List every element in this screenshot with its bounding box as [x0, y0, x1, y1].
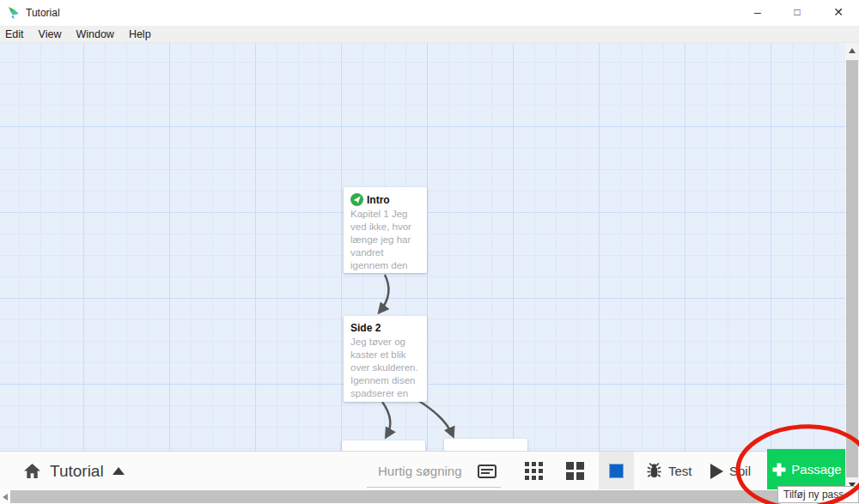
- small-grid-view-icon[interactable]: [525, 462, 543, 480]
- maximize-button[interactable]: □: [783, 0, 812, 24]
- link-arrow-side2-left: [382, 402, 390, 436]
- close-button[interactable]: ✕: [824, 0, 853, 24]
- menu-help[interactable]: Help: [129, 28, 151, 40]
- passage-excerpt: Jeg tøver og kaster et blik over skulder…: [350, 336, 420, 400]
- scroll-left-icon[interactable]: [3, 494, 8, 501]
- snap-to-grid-toggle[interactable]: [599, 452, 634, 489]
- large-grid-view-icon[interactable]: [566, 462, 584, 480]
- story-menu[interactable]: Tutorial: [23, 452, 125, 490]
- story-map-canvas[interactable]: Intro Kapitel 1 Jeg ved ikke, hvor længe…: [0, 43, 845, 451]
- title-bar: Tutorial – □ ✕: [0, 0, 859, 26]
- story-menu-caret-icon: [113, 467, 125, 475]
- window-title: Tutorial: [26, 7, 60, 19]
- twine-logo-icon: [8, 6, 21, 20]
- menu-edit[interactable]: Edit: [5, 28, 24, 40]
- new-passage-tooltip: Tilføj ny pass: [777, 486, 859, 503]
- passage-title: Intro: [367, 194, 390, 206]
- link-arrow-intro-side2: [380, 275, 388, 312]
- play-button[interactable]: Spil: [710, 452, 751, 490]
- passage-card-header: Side 2: [350, 322, 420, 334]
- horizontal-scrollbar-thumb[interactable]: [10, 490, 801, 503]
- bug-icon: [646, 462, 662, 480]
- scroll-up-icon[interactable]: [849, 48, 856, 53]
- new-passage-button[interactable]: Passage: [767, 449, 846, 489]
- vertical-scrollbar[interactable]: [845, 43, 859, 489]
- home-icon: [23, 463, 41, 479]
- vertical-scrollbar-thumb[interactable]: [846, 60, 858, 477]
- highlight-matches-icon[interactable]: [478, 465, 497, 478]
- passage-card-side2[interactable]: Side 2 Jeg tøver og kaster et blik over …: [344, 316, 427, 402]
- passage-card-intro[interactable]: Intro Kapitel 1 Jeg ved ikke, hvor længe…: [344, 187, 427, 273]
- play-icon: [710, 464, 723, 479]
- menu-view[interactable]: View: [39, 28, 62, 40]
- start-passage-icon: [350, 193, 363, 206]
- play-label: Spil: [729, 464, 751, 478]
- horizontal-scrollbar[interactable]: [0, 489, 859, 504]
- passage-card-partial-2[interactable]: [444, 439, 527, 451]
- passage-card-partial-1[interactable]: [342, 440, 425, 451]
- link-arrow-side2-right: [417, 400, 453, 435]
- passage-card-header: Intro: [350, 193, 420, 206]
- plus-icon: [771, 462, 787, 477]
- bottom-toolbar: Tutorial Test Spil: [0, 451, 859, 489]
- test-label: Test: [668, 464, 692, 478]
- test-button[interactable]: Test: [646, 452, 692, 490]
- app-window: Tutorial – □ ✕ Edit View Window Help: [0, 0, 859, 504]
- story-title: Tutorial: [50, 462, 104, 481]
- menu-window[interactable]: Window: [76, 28, 113, 40]
- minimize-button[interactable]: –: [743, 0, 772, 24]
- passage-title: Side 2: [350, 322, 381, 334]
- new-passage-label: Passage: [791, 462, 841, 477]
- menu-bar: Edit View Window Help: [0, 26, 859, 43]
- passage-excerpt: Kapitel 1 Jeg ved ikke, hvor længe jeg h…: [350, 208, 420, 272]
- blue-square-icon: [609, 464, 624, 478]
